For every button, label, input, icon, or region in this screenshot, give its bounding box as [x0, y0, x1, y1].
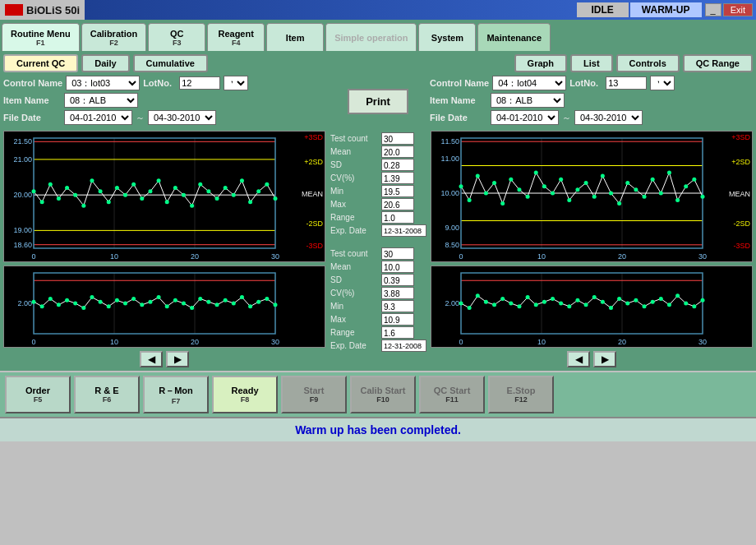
exp-label: Exp. Date — [330, 226, 380, 235]
left-lot-no-label: LotNo. — [143, 78, 176, 88]
tab-calibration[interactable]: Calibration F2 — [81, 23, 146, 51]
tab-routine-menu[interactable]: Routine Menu F1 — [2, 23, 80, 51]
bottom-button-bar: Order F5 R & E F6 R－Mon F7 Ready F8 Star… — [0, 372, 756, 417]
mean2-value: 10.0 — [381, 261, 414, 273]
left-top-chart: +3SD +2SD MEAN -2SD -3SD — [3, 131, 325, 262]
right-nav-arrows: ◀ ▶ — [431, 351, 753, 367]
subtab-current-qc[interactable]: Current QC — [3, 54, 78, 72]
left-nav-arrows: ◀ ▶ — [3, 351, 325, 367]
left-lot-dropdown[interactable]: ▼ — [224, 76, 248, 90]
subtab-list[interactable]: List — [570, 54, 613, 72]
exp-value: 12-31-2008 — [381, 224, 426, 237]
mean2-label: Mean — [330, 262, 380, 271]
mean-value: 20.0 — [381, 145, 414, 158]
print-button[interactable]: Print — [348, 89, 408, 114]
right-prev-button[interactable]: ◀ — [567, 351, 590, 367]
sd2-label: SD — [330, 275, 380, 284]
left-top-n3sd-label: -3SD — [306, 242, 323, 250]
ready-button[interactable]: Ready F8 — [212, 376, 278, 413]
tc-value: 30 — [381, 132, 414, 145]
left-file-date-to[interactable]: 04-30-2010 — [148, 110, 216, 125]
right-item-name-label: Item Name — [430, 95, 487, 105]
stats-block-right: Test count 30 Mean 10.0 SD 0.39 CV(%) 3.… — [329, 246, 427, 354]
tab-simple-operation: Simple operation — [325, 23, 417, 51]
left-bottom-chart — [3, 266, 325, 348]
start-button[interactable]: Start F9 — [281, 376, 347, 413]
left-next-button[interactable]: ▶ — [166, 351, 189, 367]
tc2-value: 30 — [381, 247, 414, 260]
right-top-n2sd-label: -2SD — [733, 219, 750, 228]
left-item-name-label: Item Name — [3, 95, 61, 105]
subtab-bar: Current QC Daily Cumulative Graph List C… — [3, 54, 753, 72]
range-label: Range — [330, 213, 380, 222]
qc-start-button[interactable]: QC Start F11 — [419, 376, 485, 413]
subtab-graph[interactable]: Graph — [514, 54, 567, 72]
tab-item[interactable]: Item — [266, 23, 324, 51]
status-warmup-badge: WARM-UP — [630, 2, 702, 17]
calib-start-button[interactable]: Calib Start F10 — [350, 376, 416, 413]
right-top-chart: +3SD +2SD MEAN -2SD -3SD — [431, 131, 753, 262]
tab-qc[interactable]: QC F3 — [148, 23, 205, 51]
right-top-mean-label: MEAN — [729, 190, 750, 198]
tc2-label: Test count — [330, 249, 380, 258]
tab-maintenance[interactable]: Maintenance — [477, 23, 551, 51]
subtab-daily[interactable]: Daily — [81, 54, 129, 72]
tab-system[interactable]: System — [418, 23, 476, 51]
left-controls: Control Name 03：lot03 LotNo. ▼ Item Name… — [3, 76, 326, 127]
tab-bar: Routine Menu F1 Calibration F2 QC F3 Rea… — [0, 20, 756, 51]
sd-value: 0.28 — [381, 159, 414, 171]
right-file-date-from[interactable]: 04-01-2010 — [491, 110, 559, 125]
r-and-e-button[interactable]: R & E F6 — [74, 376, 140, 413]
r-mon-button[interactable]: R－Mon F7 — [143, 376, 209, 413]
right-bottom-chart — [431, 266, 753, 348]
logo-box: BiOLiS 50i — [0, 0, 85, 20]
minimize-button[interactable]: _ — [705, 3, 721, 16]
center-controls: Print — [333, 76, 423, 127]
exp2-value: 12-31-2008 — [381, 339, 426, 352]
right-control-name-select[interactable]: 04：lot04 — [492, 76, 566, 90]
right-next-button[interactable]: ▶ — [593, 351, 616, 367]
right-lot-no-input[interactable] — [606, 76, 647, 90]
max-label: Max — [330, 200, 380, 209]
main-area: Current QC Daily Cumulative Graph List C… — [0, 51, 756, 371]
exp2-label: Exp. Date — [330, 341, 380, 350]
subtab-controls[interactable]: Controls — [616, 54, 680, 72]
right-control-name-label: Control Name — [430, 78, 489, 88]
range-value: 1.0 — [381, 211, 414, 224]
left-top-n2sd-label: -2SD — [306, 219, 323, 228]
order-button[interactable]: Order F5 — [5, 376, 71, 413]
left-control-name-select[interactable]: 03：lot03 — [66, 76, 140, 90]
min2-value: 9.3 — [381, 300, 414, 312]
right-file-date-label: File Date — [430, 113, 487, 122]
subtab-cumulative[interactable]: Cumulative — [133, 54, 208, 72]
min-label: Min — [330, 187, 380, 196]
right-item-name-select[interactable]: 08：ALB — [491, 93, 565, 108]
center-stats: Test count 30 Mean 20.0 SD 0.28 CV(%) 1.… — [329, 131, 427, 367]
max2-label: Max — [330, 315, 380, 324]
min2-label: Min — [330, 302, 380, 311]
left-item-name-select[interactable]: 08：ALB — [64, 93, 138, 108]
min-value: 19.5 — [381, 185, 414, 197]
stats-block-left: Test count 30 Mean 20.0 SD 0.28 CV(%) 1.… — [329, 131, 427, 239]
exit-button[interactable]: Exit — [723, 3, 753, 16]
left-file-date-from[interactable]: 04-01-2010 — [64, 110, 132, 125]
right-file-date-to[interactable]: 04-30-2010 — [574, 110, 643, 125]
charts-area: +3SD +2SD MEAN -2SD -3SD ◀ ▶ Test count … — [3, 131, 753, 367]
range2-value: 1.6 — [381, 326, 414, 339]
sd2-value: 0.39 — [381, 274, 414, 286]
cv-label: CV(%) — [330, 173, 380, 182]
right-lot-dropdown[interactable]: ▼ — [650, 76, 675, 90]
left-top-2sd-label: +2SD — [304, 158, 323, 166]
controls-area: Control Name 03：lot03 LotNo. ▼ Item Name… — [3, 76, 753, 127]
subtab-qc-range[interactable]: QC Range — [683, 54, 753, 72]
left-prev-button[interactable]: ◀ — [140, 351, 163, 367]
max-value: 20.6 — [381, 198, 414, 210]
right-top-2sd-label: +2SD — [731, 158, 750, 166]
statusbar: Warm up has been completed. — [0, 417, 756, 441]
left-file-date-label: File Date — [3, 113, 61, 122]
left-lot-no-input[interactable] — [179, 76, 220, 90]
tab-reagent[interactable]: Reagent F4 — [207, 23, 265, 51]
left-top-mean-label: MEAN — [302, 190, 323, 198]
cv-value: 1.39 — [381, 172, 414, 184]
e-stop-button[interactable]: E.Stop F12 — [488, 376, 554, 413]
